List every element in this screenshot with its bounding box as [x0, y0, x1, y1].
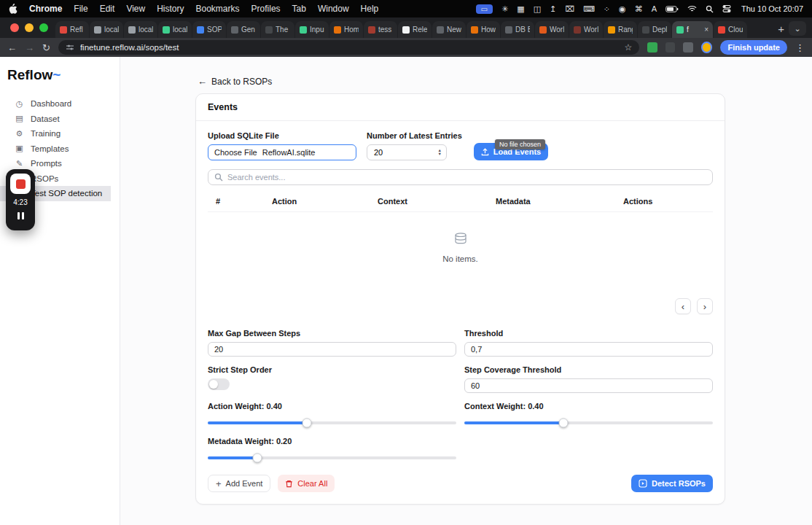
- address-bar[interactable]: finetune.reflow.ai/sops/test ☆: [58, 40, 639, 55]
- menubar-item[interactable]: View: [126, 4, 145, 14]
- browser-tab[interactable]: f×: [672, 21, 713, 38]
- menubar-item[interactable]: Help: [361, 4, 379, 14]
- menubar-app-name[interactable]: Chrome: [29, 4, 62, 14]
- browser-tab[interactable]: tess: [364, 21, 397, 38]
- strict-order-toggle[interactable]: [208, 378, 230, 390]
- sidebar-item-dashboard[interactable]: ◷Dashboard: [0, 96, 111, 112]
- browser-tab[interactable]: SOP: [192, 21, 226, 38]
- back-to-rsops-link[interactable]: ← Back to RSOPs: [198, 76, 272, 87]
- tab-search-button[interactable]: ⌄: [789, 21, 806, 36]
- slider-thumb[interactable]: [302, 419, 312, 428]
- extension-icon[interactable]: [665, 42, 676, 52]
- extension-icon[interactable]: [647, 42, 657, 52]
- entries-stepper[interactable]: ▲ ▼: [367, 144, 447, 160]
- browser-tab[interactable]: Hom: [329, 21, 363, 38]
- app-logo[interactable]: Reflow~: [0, 64, 120, 85]
- slider-thumb[interactable]: [253, 454, 262, 463]
- bookmark-star-icon[interactable]: ☆: [624, 42, 632, 52]
- menubar-item[interactable]: Bookmarks: [196, 4, 240, 14]
- airplay-icon[interactable]: ↥: [550, 4, 556, 14]
- finish-update-button[interactable]: Finish update: [720, 40, 787, 55]
- threshold-input[interactable]: [464, 342, 713, 357]
- forward-button[interactable]: →: [25, 42, 34, 53]
- browser-tab[interactable]: Worl: [535, 21, 569, 38]
- browser-menu-icon[interactable]: ⋮: [795, 42, 805, 53]
- input-source-icon[interactable]: A: [652, 4, 657, 13]
- new-tab-button[interactable]: +: [778, 23, 784, 35]
- metadata-weight-slider[interactable]: [208, 453, 456, 463]
- browser-tab[interactable]: local: [124, 21, 157, 38]
- wifi-icon[interactable]: [687, 5, 697, 12]
- keyboard-icon[interactable]: ⌨: [583, 4, 595, 14]
- zoom-window-button[interactable]: [39, 23, 48, 32]
- coverage-input[interactable]: [464, 378, 713, 393]
- extensions-puzzle-icon[interactable]: [683, 42, 693, 52]
- pause-recording-button[interactable]: [17, 212, 24, 219]
- control-center-icon[interactable]: [722, 4, 731, 13]
- record-icon[interactable]: ◉: [619, 4, 626, 14]
- window-grid-icon[interactable]: ▦: [517, 4, 524, 14]
- stop-recording-button[interactable]: [10, 174, 31, 194]
- next-page-button[interactable]: ›: [697, 298, 713, 314]
- search-input[interactable]: [227, 173, 706, 182]
- apple-logo-icon[interactable]: [9, 4, 17, 14]
- command-icon[interactable]: ⌘: [635, 4, 643, 14]
- stepper-down-icon[interactable]: ▼: [438, 152, 442, 156]
- close-box-icon[interactable]: ⌧: [565, 4, 574, 14]
- search-box[interactable]: [208, 169, 713, 185]
- context-weight-slider[interactable]: [464, 418, 713, 428]
- prev-page-button[interactable]: ‹: [675, 298, 691, 314]
- reload-button[interactable]: ↻: [42, 42, 50, 53]
- browser-tab[interactable]: local: [158, 21, 192, 38]
- screen-mirroring-indicator[interactable]: ▭: [476, 4, 493, 14]
- menubar-clock[interactable]: Thu 10 Oct 20:07: [741, 4, 803, 13]
- clear-all-button[interactable]: Clear All: [278, 475, 335, 492]
- browser-tab[interactable]: Inpu: [295, 21, 329, 38]
- site-settings-icon[interactable]: [66, 43, 74, 52]
- spotlight-search-icon[interactable]: [706, 5, 714, 13]
- browser-tab[interactable]: local: [90, 21, 123, 38]
- minimize-window-button[interactable]: [25, 23, 34, 32]
- add-event-button[interactable]: + Add Event: [208, 475, 270, 492]
- browser-tab[interactable]: Refl: [55, 21, 89, 38]
- browser-tab[interactable]: New: [432, 21, 466, 38]
- menubar-item[interactable]: File: [74, 4, 87, 14]
- browser-tab[interactable]: DB B: [501, 21, 534, 38]
- menubar-item[interactable]: Window: [318, 4, 349, 14]
- stepper-arrows[interactable]: ▲ ▼: [437, 149, 443, 156]
- menubar-item[interactable]: History: [157, 4, 184, 14]
- tab-label: New: [447, 26, 461, 34]
- menubar-item[interactable]: Profiles: [251, 4, 281, 14]
- browser-tab[interactable]: Worl: [569, 21, 603, 38]
- detect-rsops-button[interactable]: Detect RSOPs: [631, 475, 713, 492]
- browser-tab[interactable]: How: [466, 21, 500, 38]
- close-window-button[interactable]: [10, 23, 19, 32]
- menubar-item[interactable]: Tab: [292, 4, 306, 14]
- tab-favicon: [368, 26, 375, 34]
- entries-input[interactable]: [369, 148, 437, 157]
- max-gap-input[interactable]: [208, 342, 456, 357]
- tab-close-icon[interactable]: ×: [704, 26, 708, 34]
- sidebar-item-label: Templates: [31, 144, 69, 153]
- browser-tab[interactable]: Rang: [604, 21, 637, 38]
- browser-tab[interactable]: Depl: [638, 21, 671, 38]
- camera-icon[interactable]: ◫: [534, 4, 541, 14]
- sidebar-item-dataset[interactable]: ▤Dataset: [0, 112, 111, 127]
- browser-tab[interactable]: Clou: [714, 21, 747, 38]
- tab-favicon: [676, 26, 684, 34]
- slider-thumb[interactable]: [559, 419, 569, 428]
- browser-tab[interactable]: The: [261, 21, 294, 38]
- profile-avatar[interactable]: [701, 42, 713, 53]
- sidebar-item-training[interactable]: ⚙Training: [0, 126, 111, 141]
- url-text[interactable]: finetune.reflow.ai/sops/test: [80, 43, 619, 52]
- gear-icon[interactable]: ✳: [501, 4, 508, 14]
- choose-file-button[interactable]: Choose File: [214, 148, 257, 157]
- sidebar-item-templates[interactable]: ▣Templates: [0, 141, 111, 157]
- back-button[interactable]: ←: [7, 42, 17, 53]
- browser-tab[interactable]: Gen: [227, 21, 260, 38]
- file-input[interactable]: Choose File ReflowAI.sqlite: [208, 144, 356, 160]
- menubar-item[interactable]: Edit: [100, 4, 115, 14]
- paw-icon[interactable]: ⁘: [604, 4, 610, 14]
- action-weight-slider[interactable]: [208, 418, 456, 428]
- browser-tab[interactable]: Rele: [398, 21, 432, 38]
